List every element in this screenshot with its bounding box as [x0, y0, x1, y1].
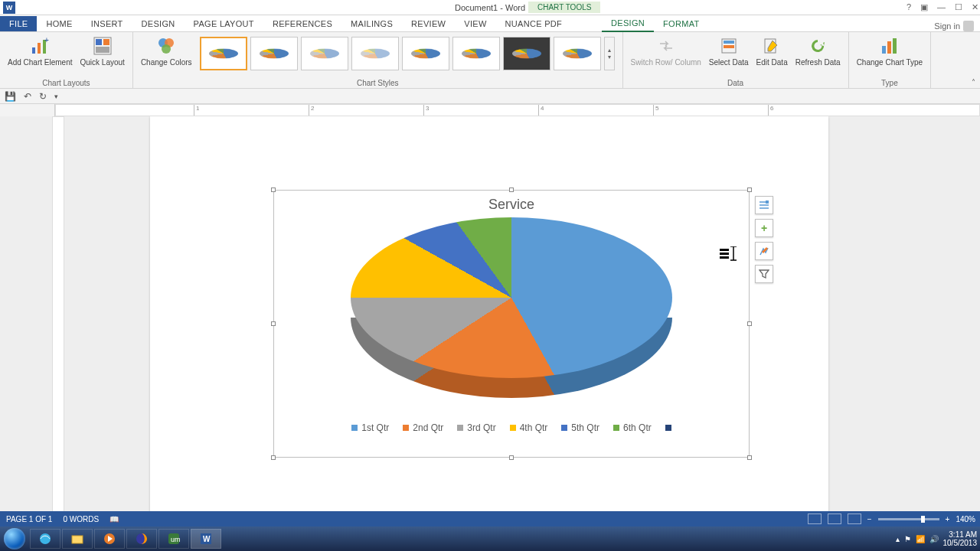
tray-flag-icon[interactable]: ⚑ — [904, 535, 911, 543]
select-data-button[interactable]: Select Data — [706, 34, 752, 68]
selection-handle[interactable] — [271, 321, 276, 326]
taskbar-media-player[interactable] — [94, 529, 125, 549]
tab-page-layout[interactable]: PAGE LAYOUT — [185, 16, 263, 31]
selection-handle[interactable] — [747, 321, 752, 326]
chart-plot-area[interactable] — [351, 217, 672, 409]
tab-chart-design[interactable]: DESIGN — [602, 15, 654, 32]
close-icon[interactable]: ✕ — [972, 2, 978, 12]
zoom-out-button[interactable]: − — [867, 515, 872, 523]
quick-layout-button[interactable]: Quick Layout — [77, 34, 128, 68]
system-tray[interactable]: ▴ ⚑ 📶 🔊 3:11 AM 10/5/2013 — [896, 530, 981, 547]
maximize-icon[interactable]: ☐ — [955, 2, 962, 12]
tab-view[interactable]: VIEW — [455, 16, 495, 31]
layout-options-button[interactable] — [755, 196, 773, 214]
svg-point-10 — [162, 44, 171, 54]
taskbar-explorer[interactable] — [62, 529, 93, 549]
svg-text:um: um — [171, 536, 181, 543]
taskbar-app[interactable]: um — [158, 529, 189, 549]
tab-references[interactable]: REFERENCES — [263, 16, 341, 31]
help-icon[interactable]: ? — [906, 2, 911, 12]
legend-item[interactable]: 4th Qtr — [510, 422, 548, 433]
selection-handle[interactable] — [271, 187, 276, 192]
ruler-tick: 2 — [309, 105, 314, 116]
chart-style-7[interactable] — [503, 37, 550, 70]
sign-in-label: Sign in — [934, 21, 960, 31]
ruler-tick: 6 — [768, 105, 773, 116]
tray-network-icon[interactable]: 📶 — [916, 535, 925, 543]
chart-style-3[interactable] — [301, 37, 348, 70]
selection-handle[interactable] — [271, 455, 276, 460]
minimize-icon[interactable]: — — [937, 2, 946, 12]
chart-style-1[interactable] — [200, 37, 247, 70]
legend-item[interactable]: 1st Qtr — [351, 422, 389, 433]
tab-nuance-pdf[interactable]: Nuance PDF — [496, 16, 572, 31]
chart-style-6[interactable] — [452, 37, 500, 70]
refresh-data-button[interactable]: Refresh Data — [792, 34, 844, 68]
redo-button[interactable]: ↻ — [39, 91, 47, 102]
chart-filters-button[interactable] — [755, 265, 773, 283]
tab-review[interactable]: REVIEW — [402, 16, 455, 31]
read-mode-button[interactable] — [808, 514, 822, 524]
chart-style-2[interactable] — [250, 37, 298, 70]
legend-item[interactable]: 5th Qtr — [561, 422, 599, 433]
selection-handle[interactable] — [509, 187, 514, 192]
ruler-vertical[interactable] — [52, 116, 64, 525]
tab-chart-format[interactable]: FORMAT — [654, 16, 708, 31]
selection-handle[interactable] — [747, 187, 752, 192]
word-count[interactable]: 0 WORDS — [63, 515, 99, 523]
change-chart-type-icon — [879, 35, 900, 57]
chart-style-more-button[interactable]: ▴▾ — [604, 37, 615, 70]
change-chart-type-button[interactable]: Change Chart Type — [854, 34, 926, 68]
collapse-ribbon-icon[interactable]: ˄ — [972, 78, 975, 86]
user-avatar-icon — [963, 21, 974, 31]
start-button[interactable] — [0, 527, 29, 551]
chart-legend[interactable]: 1st Qtr 2nd Qtr 3rd Qtr 4th Qtr 5th Qtr … — [274, 422, 749, 433]
chart-styles-button[interactable] — [755, 242, 773, 260]
selection-handle[interactable] — [747, 455, 752, 460]
tab-home[interactable]: HOME — [37, 16, 81, 31]
ribbon-display-options-icon[interactable]: ▣ — [920, 2, 928, 12]
pie-chart[interactable] — [351, 217, 672, 378]
tab-design[interactable]: DESIGN — [132, 16, 185, 31]
chart-object[interactable]: Service 1st Qtr 2nd Qtr 3rd Qtr 4th Qtr … — [273, 190, 750, 458]
edit-data-button[interactable]: Edit Data — [753, 34, 791, 68]
zoom-level[interactable]: 140% — [956, 515, 975, 523]
chart-style-8[interactable] — [554, 37, 601, 70]
legend-item[interactable]: 2nd Qtr — [403, 422, 443, 433]
save-button[interactable]: 💾 — [5, 91, 16, 102]
proofing-icon[interactable]: 📖 — [109, 515, 119, 523]
chart-style-5[interactable] — [402, 37, 449, 70]
chart-style-4[interactable] — [351, 37, 399, 70]
legend-item[interactable]: 3rd Qtr — [457, 422, 495, 433]
add-chart-element-button[interactable]: + Add Chart Element — [5, 34, 76, 68]
chart-title[interactable]: Service — [274, 191, 749, 213]
taskbar-firefox[interactable] — [126, 529, 157, 549]
taskbar-ie[interactable] — [30, 529, 60, 549]
zoom-slider[interactable] — [878, 518, 939, 520]
tray-volume-icon[interactable]: 🔊 — [929, 535, 939, 543]
tray-clock[interactable]: 3:11 AM 10/5/2013 — [943, 530, 978, 547]
tab-insert[interactable]: INSERT — [82, 16, 132, 31]
chart-elements-button[interactable]: + — [755, 219, 773, 237]
web-layout-button[interactable] — [848, 514, 861, 524]
qat-customize-button[interactable]: ▾ — [54, 93, 58, 100]
tab-mailings[interactable]: MAILINGS — [341, 16, 402, 31]
change-colors-button[interactable]: Change Colors — [138, 34, 195, 68]
legend-item[interactable]: 6th Qtr — [613, 422, 652, 433]
ruler-tick: 4 — [538, 105, 544, 116]
sign-in-link[interactable]: Sign in — [934, 21, 974, 31]
switch-row-column-button: Switch Row/ Column — [628, 34, 704, 68]
ruler[interactable]: 1 2 3 4 5 6 — [55, 104, 980, 116]
taskbar-word[interactable]: W — [191, 529, 221, 549]
tray-overflow-icon[interactable]: ▴ — [896, 535, 900, 543]
print-layout-button[interactable] — [828, 514, 841, 524]
page-count[interactable]: PAGE 1 OF 1 — [6, 515, 52, 523]
ribbon-group-data: Switch Row/ Column Select Data Edit Data… — [623, 32, 849, 88]
tab-file[interactable]: FILE — [0, 16, 37, 31]
legend-item-empty[interactable] — [665, 422, 671, 433]
undo-button[interactable]: ↶ — [24, 91, 31, 102]
selection-handle[interactable] — [509, 455, 514, 460]
document-area[interactable]: Service 1st Qtr 2nd Qtr 3rd Qtr 4th Qtr … — [0, 116, 980, 525]
zoom-in-button[interactable]: + — [946, 515, 950, 523]
ruler-horizontal: 1 2 3 4 5 6 — [0, 104, 980, 116]
